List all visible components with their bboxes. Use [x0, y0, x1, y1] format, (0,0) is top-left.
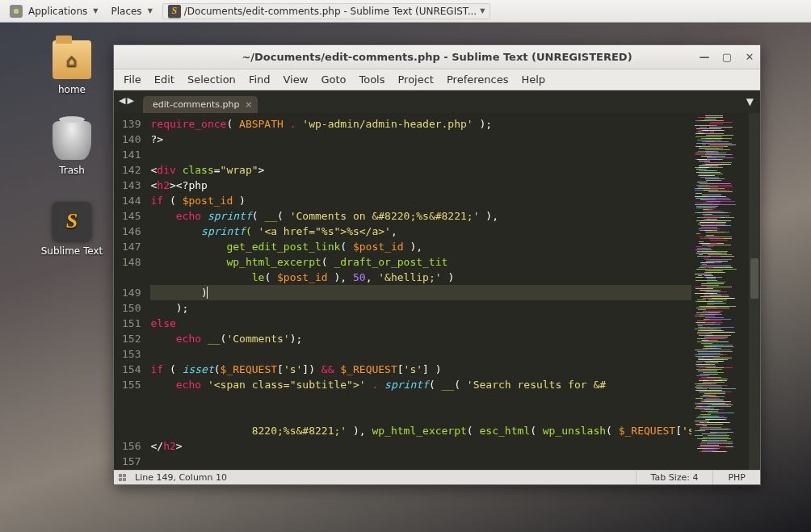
- menu-help[interactable]: Help: [521, 73, 545, 86]
- taskbar-title: /Documents/edit-comments.php - Sublime T…: [184, 6, 477, 17]
- places-label: Places: [107, 6, 145, 17]
- places-menu[interactable]: Places ▼: [103, 6, 157, 17]
- code-line: ): [150, 285, 691, 300]
- taskbar-button-sublime[interactable]: /Documents/edit-comments.php - Sublime T…: [162, 3, 491, 19]
- menu-find[interactable]: Find: [249, 73, 271, 86]
- scroll-thumb[interactable]: [750, 258, 758, 299]
- code-line: get_edit_post_link( $post_id ),: [150, 239, 691, 254]
- code-line: if ( $post_id ): [150, 193, 691, 208]
- tab-size-selector[interactable]: Tab Size: 4: [636, 471, 713, 484]
- chevron-down-icon: ▼: [148, 7, 153, 15]
- gear-icon: [10, 5, 23, 18]
- desktop-icon-label: Trash: [36, 165, 108, 176]
- editor[interactable]: 139140141142143144145146147148 149150151…: [114, 113, 760, 470]
- applications-menu[interactable]: Applications ▼: [5, 5, 103, 18]
- code-line: ?>: [150, 132, 691, 147]
- code-line: </h2>: [150, 438, 691, 454]
- code-line: [150, 346, 691, 362]
- code-line: if ( isset($_REQUEST['s']) && $_REQUEST[…: [150, 362, 691, 377]
- window-title: ~/Documents/edit-comments.php - Sublime …: [242, 51, 632, 63]
- desktop-icon-label: home: [36, 84, 108, 95]
- close-button[interactable]: ✕: [744, 52, 755, 63]
- sublime-icon: [53, 202, 91, 241]
- code-line: [150, 147, 691, 162]
- desktop-icon-sublime[interactable]: Sublime Text: [36, 202, 108, 257]
- menu-preferences[interactable]: Preferences: [447, 73, 508, 86]
- tab-overflow-button[interactable]: ▼: [746, 96, 754, 107]
- menu-tools[interactable]: Tools: [359, 73, 384, 86]
- tab-close-icon[interactable]: ×: [245, 99, 252, 110]
- maximize-button[interactable]: ▢: [721, 52, 733, 63]
- tab-edit-comments[interactable]: edit-comments.php ×: [143, 96, 258, 113]
- applications-label: Applications: [25, 6, 90, 17]
- tab-label: edit-comments.php: [153, 99, 240, 110]
- code-line: echo sprintf( __( 'Comments on &#8220;%s…: [150, 208, 691, 224]
- cursor-position: Line 149, Column 10: [135, 472, 227, 483]
- desktop-panel: Applications ▼ Places ▼ /Documents/edit-…: [0, 0, 811, 23]
- code-line: echo '<span class="subtitle">' . sprintf…: [150, 377, 691, 438]
- titlebar[interactable]: ~/Documents/edit-comments.php - Sublime …: [114, 45, 760, 69]
- nav-forward-button[interactable]: ▶: [127, 95, 133, 106]
- chevron-down-icon: ▼: [93, 7, 98, 15]
- nav-back-button[interactable]: ◀: [119, 95, 125, 106]
- code-area[interactable]: require_once( ABSPATH . 'wp-admin/admin-…: [150, 113, 691, 470]
- menu-view[interactable]: View: [284, 73, 309, 86]
- desktop-icon-label: Sublime Text: [36, 245, 108, 257]
- menu-edit[interactable]: Edit: [154, 73, 174, 86]
- home-folder-icon: [53, 40, 91, 79]
- menu-file[interactable]: File: [124, 73, 141, 86]
- trash-icon: [53, 121, 91, 160]
- vertical-scrollbar[interactable]: [749, 113, 760, 470]
- code-line: wp_html_excerpt( _draft_or_post_tit le( …: [150, 254, 691, 285]
- code-line: echo __('Comments');: [150, 331, 691, 346]
- sublime-window: ~/Documents/edit-comments.php - Sublime …: [113, 44, 761, 485]
- gutter: 139140141142143144145146147148 149150151…: [114, 113, 150, 470]
- code-line: require_once( ABSPATH . 'wp-admin/admin-…: [150, 116, 691, 132]
- desktop-icon-trash[interactable]: Trash: [36, 121, 108, 176]
- minimize-button[interactable]: —: [699, 52, 710, 63]
- code-line: else: [150, 316, 691, 331]
- code-line: );: [150, 300, 691, 316]
- menu-selection[interactable]: Selection: [187, 73, 236, 86]
- code-line: <h2><?php: [150, 178, 691, 193]
- chevron-down-icon: ▼: [480, 7, 485, 15]
- tab-bar: ◀ ▶ edit-comments.php × ▼: [114, 90, 760, 113]
- sublime-icon: [168, 5, 181, 18]
- menu-project[interactable]: Project: [397, 73, 433, 86]
- sidebar-toggle-icon[interactable]: [119, 474, 128, 482]
- menubar: FileEditSelectionFindViewGotoToolsProjec…: [114, 69, 760, 90]
- statusbar: Line 149, Column 10 Tab Size: 4 PHP: [114, 470, 760, 484]
- code-line: sprintf( '<a href="%s">%s</a>',: [150, 224, 691, 239]
- syntax-selector[interactable]: PHP: [712, 471, 760, 484]
- desktop-icon-home[interactable]: home: [36, 40, 108, 95]
- code-line: [150, 454, 691, 469]
- code-line: <div class="wrap">: [150, 162, 691, 178]
- menu-goto[interactable]: Goto: [321, 73, 346, 86]
